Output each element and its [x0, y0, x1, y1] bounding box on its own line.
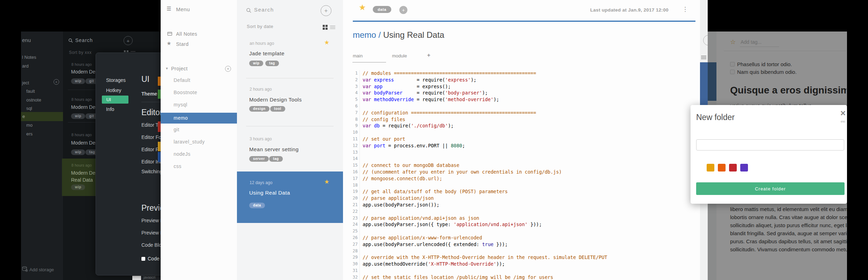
- dark-folder[interactable]: ers: [26, 131, 33, 136]
- code-line: 2var express = require('express');: [350, 77, 607, 83]
- line-number: 9: [350, 122, 360, 129]
- note-time: 12 days ago: [250, 180, 272, 185]
- create-folder-button[interactable]: Create folder: [696, 182, 845, 195]
- settings-nav-storages[interactable]: Storages: [106, 77, 126, 83]
- hamburger-icon[interactable]: ☰: [167, 6, 171, 12]
- folder-item[interactable]: css: [174, 163, 182, 169]
- settings-nav-info[interactable]: Info: [106, 106, 114, 112]
- header-divider: [353, 21, 695, 22]
- code-line: 4var bodyParser = require('body-parser')…: [350, 90, 607, 96]
- color-swatch[interactable]: [729, 164, 737, 172]
- note-tag: wip: [71, 184, 85, 190]
- folder-item[interactable]: git: [174, 127, 179, 132]
- add-folder-button[interactable]: +: [225, 66, 231, 72]
- code-text: // config files: [360, 116, 405, 123]
- sidebar-item-all-notes[interactable]: All Notes: [176, 31, 197, 37]
- folder-item-selected[interactable]: memo: [161, 113, 237, 124]
- dark-folder[interactable]: ostnote: [26, 97, 41, 103]
- breadcrumb-separator: /: [376, 30, 383, 40]
- star-icon[interactable]: ★: [359, 3, 366, 12]
- dark-add-folder-button[interactable]: +: [54, 79, 59, 85]
- code-line: 20// parse application/json: [350, 195, 607, 202]
- dark-folder[interactable]: sql: [26, 106, 32, 111]
- sidebar-item-starred[interactable]: Stard: [176, 41, 189, 47]
- color-swatch[interactable]: [707, 164, 714, 172]
- menu-label[interactable]: Menu: [176, 6, 190, 12]
- new-note-button[interactable]: +: [321, 5, 331, 16]
- last-updated: Last updated at Jan.9, 2017 12:00: [518, 7, 668, 13]
- page-title[interactable]: Using Real Data: [383, 30, 444, 40]
- note-list-item-selected[interactable]: 12 days ago ★ Using Real Data data: [237, 172, 343, 223]
- code-preview-tab: javascri: [141, 275, 163, 280]
- folder-item[interactable]: mysql: [174, 102, 187, 107]
- star-icon: ★: [167, 40, 171, 47]
- menu-panel: ☰ Menu All Notes ★ Stard ▾ Project + Def…: [161, 0, 237, 280]
- tab-main[interactable]: main: [353, 53, 363, 58]
- color-swatch[interactable]: [718, 164, 726, 172]
- folder-item[interactable]: laravel_study: [174, 139, 205, 145]
- line-number: 12: [350, 142, 360, 149]
- tab-module[interactable]: module: [392, 53, 407, 58]
- project-label[interactable]: Project: [171, 66, 188, 71]
- new-folder-modal: New folder × esc Create folder: [691, 105, 847, 204]
- code-text: [360, 208, 363, 215]
- close-icon[interactable]: ×: [840, 108, 846, 119]
- star-icon[interactable]: ★: [324, 39, 329, 46]
- new-note-button[interactable]: [703, 35, 708, 46]
- star-icon[interactable]: ★: [324, 178, 329, 186]
- code-line: 3var app = express();: [350, 83, 607, 90]
- note-tag: data: [249, 203, 265, 208]
- settings-nav-hotkey[interactable]: Hotkey: [106, 88, 121, 93]
- modal-title: New folder: [696, 113, 735, 122]
- code-line: 32// set the static files location /publ…: [350, 274, 607, 280]
- settings-nav-ui-selected[interactable]: UI: [102, 96, 128, 104]
- dark-new-note-button[interactable]: +: [124, 36, 133, 45]
- note-tag: design: [249, 106, 270, 112]
- kebab-menu-icon[interactable]: ⋮: [682, 6, 688, 13]
- code-line: 24app.use(bodyParser.json({ type: 'appli…: [350, 221, 607, 228]
- settings-checkbox[interactable]: [141, 257, 145, 261]
- dark-search-input[interactable]: Search: [75, 37, 93, 43]
- dark-starred[interactable]: ard: [22, 63, 29, 69]
- folder-item[interactable]: Boostnote: [174, 90, 197, 95]
- folder-name-input[interactable]: [696, 139, 844, 150]
- breadcrumb-folder[interactable]: memo: [353, 30, 376, 40]
- add-tab-button[interactable]: +: [427, 52, 430, 59]
- note-title[interactable]: Modern Des: [71, 140, 98, 146]
- dark-project-label[interactable]: ject: [22, 80, 29, 85]
- code-line: 28: [350, 248, 607, 254]
- divider: [68, 90, 95, 90]
- add-tag-button[interactable]: +: [399, 6, 407, 14]
- chevron-down-icon[interactable]: ▾: [166, 66, 168, 71]
- line-number: 4: [350, 90, 360, 96]
- folder-item[interactable]: nodeJs: [174, 151, 190, 157]
- line-number: 1: [350, 70, 360, 77]
- note-title[interactable]: Modern Des: [71, 69, 98, 75]
- dark-menu-label[interactable]: enu: [22, 37, 31, 43]
- dark-folder[interactable]: fault: [26, 89, 35, 94]
- code-line: 29// override with the X-HTTP-Method-Ove…: [350, 254, 607, 261]
- list-view-icon[interactable]: [330, 25, 335, 30]
- note-list-panel: Search + Sort by date an hours ago ★ Jad…: [237, 0, 343, 280]
- dark-all-notes[interactable]: l Notes: [22, 55, 36, 60]
- search-input[interactable]: Search: [254, 7, 274, 13]
- code-text: // parse application/x-www-form-urlencod…: [360, 234, 482, 241]
- dark-folder[interactable]: mo: [26, 122, 33, 128]
- folder-item[interactable]: Default: [174, 77, 190, 83]
- sort-select[interactable]: Sort by date: [247, 24, 273, 29]
- note-tag: tag: [265, 61, 279, 66]
- code-text: var bodyParser = require('body-parser');: [360, 90, 488, 96]
- line-number: 16: [350, 169, 360, 175]
- code-editor[interactable]: 1// modules ============================…: [350, 70, 607, 280]
- storage-icon: [22, 266, 28, 272]
- note-tag-badge[interactable]: data: [373, 6, 391, 13]
- color-swatch[interactable]: [740, 164, 748, 172]
- grid-view-icon[interactable]: [323, 25, 328, 30]
- note-time: 2 hours ago: [250, 87, 272, 92]
- code-line: 18: [350, 182, 607, 189]
- dark-add-storage[interactable]: Add storage: [29, 267, 54, 272]
- note-title[interactable]: Modern Des: [71, 104, 98, 110]
- dark-sort-select[interactable]: Sort by xxx: [69, 50, 92, 55]
- line-number: 24: [350, 221, 360, 228]
- dark-folder-selected[interactable]: e: [21, 112, 63, 121]
